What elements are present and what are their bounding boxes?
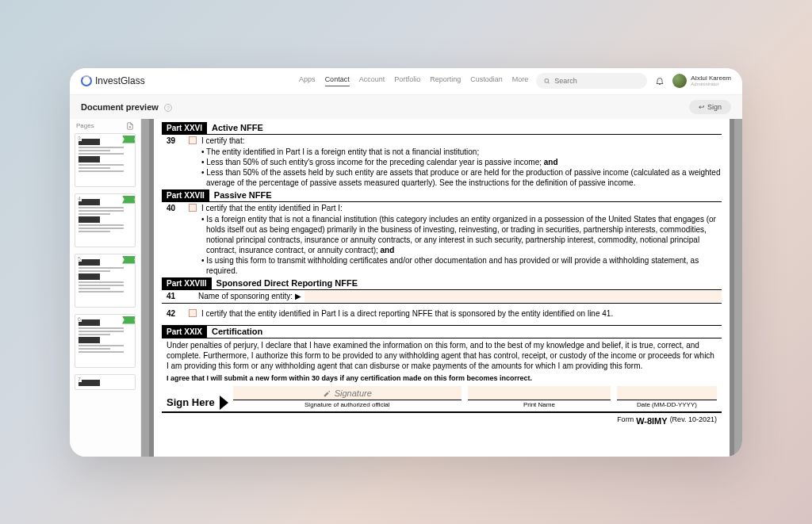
line-text: I certify that the entity identified in … [201, 308, 722, 319]
nav-contact[interactable]: Contact [325, 75, 350, 86]
search-input[interactable] [554, 77, 639, 85]
status-badge [122, 136, 136, 143]
page-thumb[interactable]: 6 [75, 314, 136, 368]
brand[interactable]: InvestGlass [81, 75, 145, 86]
brand-icon [81, 75, 92, 86]
user-menu[interactable]: Abdul Kareem Administrator [672, 74, 731, 88]
part-label: Part XXVIII [162, 277, 212, 289]
thumbnails: 3 4 5 6 [70, 133, 140, 457]
nav-account[interactable]: Account [359, 75, 385, 86]
print-name-field[interactable] [468, 386, 611, 400]
agreement-text: I agree that I will submit a new form wi… [162, 373, 722, 385]
nav-portfolio[interactable]: Portfolio [394, 75, 420, 86]
line-text: I certify that: [201, 136, 722, 146]
arrow-icon [220, 396, 228, 410]
pages-sidebar: Pages 3 4 5 [70, 119, 141, 457]
user-name: Abdul Kareem [691, 75, 731, 82]
field-caption: Date (MM-DD-YYYY) [637, 400, 697, 409]
pen-icon [323, 389, 331, 397]
line-number: 40 [167, 203, 184, 213]
bullet-text: Less than 50% of the assets held by such… [162, 167, 722, 188]
page-number: 3 [77, 136, 82, 141]
app-window: InvestGlass Apps Contact Account Portfol… [70, 68, 742, 457]
part-label: Part XXVII [162, 189, 209, 201]
date-field[interactable] [617, 386, 717, 400]
page-thumb[interactable]: 7 [75, 374, 136, 390]
sign-here-label: Sign Here [167, 396, 215, 410]
field-label: Name of sponsoring entity: ▶ [184, 291, 301, 301]
page-number: 6 [77, 316, 82, 322]
svg-point-0 [545, 78, 549, 82]
bullet-text: The entity identified in Part I is a for… [162, 147, 722, 157]
part-title: Active NFFE [207, 122, 263, 133]
search-icon [544, 78, 550, 85]
form-revision: (Rev. 10-2021) [670, 415, 717, 426]
line-41: 41 Name of sponsoring entity: ▶ [162, 290, 722, 304]
pages-label: Pages [76, 122, 94, 129]
status-badge [122, 316, 136, 324]
app-bar: InvestGlass Apps Contact Account Portfol… [70, 68, 742, 95]
part-28-header: Part XXVIII Sponsored Direct Reporting N… [162, 277, 722, 290]
page-thumb[interactable]: 5 [75, 254, 136, 308]
help-icon[interactable]: ? [164, 104, 172, 112]
part-29-header: Part XXIX Certification [162, 326, 722, 338]
field-caption: Print Name [523, 400, 555, 409]
page-number: 7 [77, 377, 82, 382]
part-label: Part XXVI [162, 122, 207, 134]
bullet-text: Is a foreign entity that is not a financ… [162, 214, 722, 255]
line-text: I certify that the entity identified in … [201, 203, 722, 213]
sponsoring-entity-input[interactable] [304, 291, 722, 302]
signature-placeholder: Signature [335, 388, 372, 399]
brand-name: InvestGlass [95, 75, 145, 86]
sign-button[interactable]: Sign [689, 100, 731, 114]
status-badge [122, 196, 136, 204]
part-26-header: Part XXVI Active NFFE [162, 122, 722, 135]
line-number: 41 [167, 291, 184, 301]
field-caption: Signature of authorized official [304, 400, 389, 409]
main-area: Pages 3 4 5 [70, 119, 742, 457]
bell-icon [655, 76, 665, 86]
main-nav: Apps Contact Account Portfolio Reporting… [299, 75, 528, 86]
line-number: 42 [167, 308, 184, 319]
part-label: Part XXIX [162, 326, 207, 338]
nav-reporting[interactable]: Reporting [430, 75, 461, 86]
part-title: Sponsored Direct Reporting NFFE [212, 277, 358, 289]
status-badge [122, 256, 136, 264]
bullet-text: Less than 50% of such entity's gross inc… [162, 157, 722, 167]
line-42: 42 I certify that the entity identified … [162, 304, 722, 323]
part-27-header: Part XXVII Passive NFFE [162, 189, 722, 202]
nav-apps[interactable]: Apps [299, 75, 316, 86]
form-footer: Form W-8IMY (Rev. 10-2021) [162, 412, 722, 426]
page-title: Document preview [81, 102, 159, 112]
add-page-icon[interactable] [126, 122, 134, 130]
nav-custodian[interactable]: Custodian [470, 75, 503, 86]
user-role: Administrator [691, 82, 731, 86]
avatar [672, 74, 687, 88]
document-page: Part XXVI Active NFFE 39 I certify that:… [149, 119, 734, 457]
page-number: 4 [77, 196, 82, 201]
checkbox-42[interactable] [189, 309, 197, 317]
certification-text: Under penalties of perjury, I declare th… [162, 338, 722, 373]
line-39: 39 I certify that: [162, 135, 722, 147]
signature-field[interactable]: Signature [233, 386, 462, 400]
page-thumb[interactable]: 4 [75, 193, 136, 247]
signature-row: Sign Here Signature Signature of authori… [162, 384, 722, 411]
checkbox-39[interactable] [189, 136, 197, 144]
form-number: W-8IMY [636, 415, 668, 426]
checkbox-40[interactable] [189, 204, 197, 212]
page-number: 5 [77, 256, 82, 262]
line-number: 39 [167, 136, 184, 146]
document-viewport[interactable]: Part XXVI Active NFFE 39 I certify that:… [141, 119, 742, 457]
part-title: Passive NFFE [209, 189, 272, 201]
svg-line-1 [548, 82, 550, 83]
notifications-button[interactable] [655, 76, 665, 86]
nav-more[interactable]: More [512, 75, 529, 86]
page-thumb[interactable]: 3 [75, 133, 136, 187]
search-box[interactable] [536, 73, 647, 89]
sub-header: Document preview ? Sign [70, 95, 742, 119]
part-title: Certification [207, 326, 262, 337]
bullet-text: Is using this form to transmit withholdi… [162, 255, 722, 276]
line-40: 40 I certify that the entity identified … [162, 202, 722, 214]
